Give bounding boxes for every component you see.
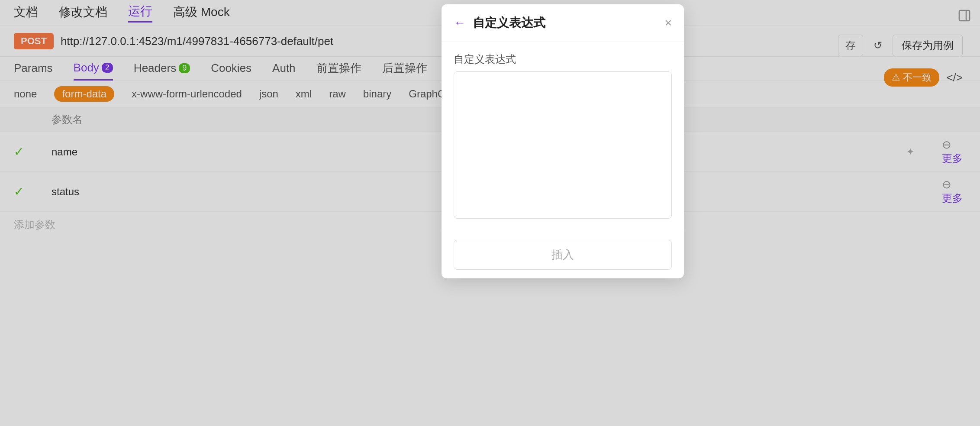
modal-header: ← 自定义表达式 ×: [442, 4, 684, 42]
modal-expression-label: 自定义表达式: [454, 52, 672, 66]
insert-button[interactable]: 插入: [454, 240, 672, 270]
modal-footer: 插入: [442, 231, 684, 278]
modal-close-button[interactable]: ×: [665, 16, 672, 30]
modal-expression-input[interactable]: [454, 71, 672, 219]
modal-body: 自定义表达式: [442, 42, 684, 231]
modal-title-group: ← 自定义表达式: [454, 15, 545, 31]
main-area: 文档 修改文档 运行 高级 Mock POST http://127.0.0.1…: [0, 0, 980, 426]
modal-title: 自定义表达式: [473, 15, 545, 31]
custom-expression-modal: ← 自定义表达式 × 自定义表达式 插入: [442, 4, 684, 278]
modal-back-button[interactable]: ←: [454, 16, 466, 30]
